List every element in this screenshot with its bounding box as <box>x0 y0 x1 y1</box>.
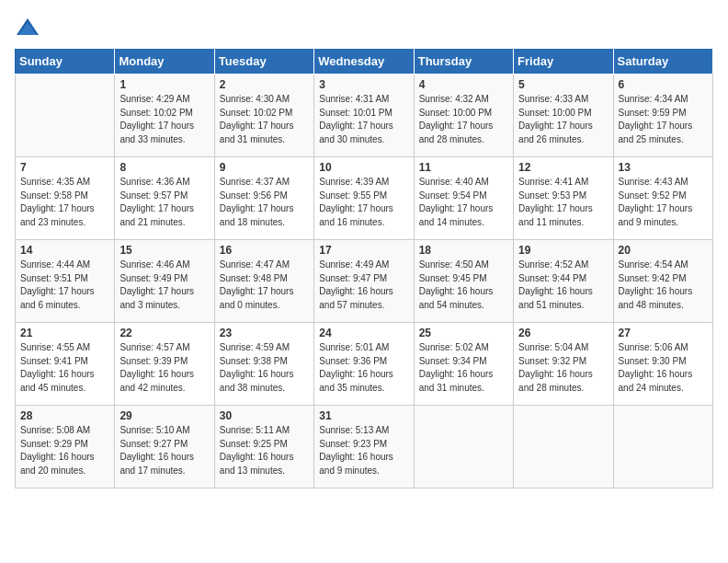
cell-content: Sunrise: 4:52 AM Sunset: 9:44 PM Dayligh… <box>518 259 608 312</box>
page-header <box>15 15 713 40</box>
column-header-thursday: Thursday <box>414 49 513 75</box>
calendar-cell: 18Sunrise: 4:50 AM Sunset: 9:45 PM Dayli… <box>414 240 513 323</box>
week-row-1: 1Sunrise: 4:29 AM Sunset: 10:02 PM Dayli… <box>16 75 713 157</box>
cell-content: Sunrise: 5:06 AM Sunset: 9:30 PM Dayligh… <box>619 341 708 395</box>
cell-content: Sunrise: 4:50 AM Sunset: 9:45 PM Dayligh… <box>419 259 508 312</box>
day-number: 4 <box>419 78 508 91</box>
header-row: SundayMondayTuesdayWednesdayThursdayFrid… <box>16 49 713 75</box>
calendar-table: SundayMondayTuesdayWednesdayThursdayFrid… <box>15 48 713 488</box>
cell-content: Sunrise: 4:55 AM Sunset: 9:41 PM Dayligh… <box>20 341 109 395</box>
calendar-cell: 7Sunrise: 4:35 AM Sunset: 9:58 PM Daylig… <box>16 157 115 240</box>
day-number: 22 <box>119 327 209 339</box>
day-number: 3 <box>319 78 408 91</box>
cell-content: Sunrise: 4:43 AM Sunset: 9:52 PM Dayligh… <box>619 176 708 229</box>
day-number: 6 <box>619 78 708 91</box>
calendar-cell: 4Sunrise: 4:32 AM Sunset: 10:00 PM Dayli… <box>414 75 513 157</box>
cell-content: Sunrise: 4:54 AM Sunset: 9:42 PM Dayligh… <box>619 259 708 312</box>
calendar-cell: 23Sunrise: 4:59 AM Sunset: 9:38 PM Dayli… <box>214 323 313 406</box>
day-number: 10 <box>319 161 408 174</box>
calendar-cell: 5Sunrise: 4:33 AM Sunset: 10:00 PM Dayli… <box>514 75 613 157</box>
calendar-cell: 15Sunrise: 4:46 AM Sunset: 9:49 PM Dayli… <box>115 240 214 323</box>
calendar-cell: 26Sunrise: 5:04 AM Sunset: 9:32 PM Dayli… <box>514 323 613 406</box>
day-number: 25 <box>419 327 508 339</box>
calendar-cell <box>613 406 712 488</box>
day-number: 24 <box>319 327 408 339</box>
week-row-3: 14Sunrise: 4:44 AM Sunset: 9:51 PM Dayli… <box>16 240 713 323</box>
cell-content: Sunrise: 5:01 AM Sunset: 9:36 PM Dayligh… <box>319 341 408 395</box>
cell-content: Sunrise: 4:29 AM Sunset: 10:02 PM Daylig… <box>119 93 209 146</box>
cell-content: Sunrise: 5:02 AM Sunset: 9:34 PM Dayligh… <box>419 341 508 395</box>
calendar-cell: 10Sunrise: 4:39 AM Sunset: 9:55 PM Dayli… <box>314 157 414 240</box>
day-number: 30 <box>220 409 309 422</box>
cell-content: Sunrise: 5:13 AM Sunset: 9:23 PM Dayligh… <box>319 424 408 477</box>
calendar-cell <box>414 406 513 488</box>
cell-content: Sunrise: 4:47 AM Sunset: 9:48 PM Dayligh… <box>220 259 309 312</box>
day-number: 29 <box>119 409 209 422</box>
day-number: 13 <box>619 161 708 174</box>
calendar-cell: 30Sunrise: 5:11 AM Sunset: 9:25 PM Dayli… <box>214 406 313 488</box>
logo-icon <box>15 15 40 40</box>
day-number: 18 <box>419 244 508 257</box>
cell-content: Sunrise: 4:36 AM Sunset: 9:57 PM Dayligh… <box>119 176 209 229</box>
cell-content: Sunrise: 4:37 AM Sunset: 9:56 PM Dayligh… <box>220 176 309 229</box>
calendar-cell: 6Sunrise: 4:34 AM Sunset: 9:59 PM Daylig… <box>613 75 712 157</box>
cell-content: Sunrise: 4:41 AM Sunset: 9:53 PM Dayligh… <box>518 176 608 229</box>
calendar-cell: 27Sunrise: 5:06 AM Sunset: 9:30 PM Dayli… <box>613 323 712 406</box>
column-header-friday: Friday <box>514 49 613 75</box>
day-number: 1 <box>119 78 209 91</box>
column-header-wednesday: Wednesday <box>314 49 414 75</box>
calendar-cell: 24Sunrise: 5:01 AM Sunset: 9:36 PM Dayli… <box>314 323 414 406</box>
calendar-cell: 14Sunrise: 4:44 AM Sunset: 9:51 PM Dayli… <box>16 240 115 323</box>
calendar-cell: 13Sunrise: 4:43 AM Sunset: 9:52 PM Dayli… <box>613 157 712 240</box>
calendar-cell: 17Sunrise: 4:49 AM Sunset: 9:47 PM Dayli… <box>314 240 414 323</box>
day-number: 26 <box>518 327 608 339</box>
cell-content: Sunrise: 5:08 AM Sunset: 9:29 PM Dayligh… <box>20 424 109 477</box>
calendar-cell: 11Sunrise: 4:40 AM Sunset: 9:54 PM Dayli… <box>414 157 513 240</box>
calendar-cell: 22Sunrise: 4:57 AM Sunset: 9:39 PM Dayli… <box>115 323 214 406</box>
day-number: 11 <box>419 161 508 174</box>
cell-content: Sunrise: 4:40 AM Sunset: 9:54 PM Dayligh… <box>419 176 508 229</box>
day-number: 2 <box>220 78 309 91</box>
calendar-cell: 21Sunrise: 4:55 AM Sunset: 9:41 PM Dayli… <box>16 323 115 406</box>
week-row-2: 7Sunrise: 4:35 AM Sunset: 9:58 PM Daylig… <box>16 157 713 240</box>
calendar-cell: 3Sunrise: 4:31 AM Sunset: 10:01 PM Dayli… <box>314 75 414 157</box>
day-number: 27 <box>619 327 708 339</box>
calendar-cell: 1Sunrise: 4:29 AM Sunset: 10:02 PM Dayli… <box>115 75 214 157</box>
cell-content: Sunrise: 4:44 AM Sunset: 9:51 PM Dayligh… <box>20 259 109 312</box>
calendar-cell: 12Sunrise: 4:41 AM Sunset: 9:53 PM Dayli… <box>514 157 613 240</box>
calendar-cell: 29Sunrise: 5:10 AM Sunset: 9:27 PM Dayli… <box>115 406 214 488</box>
column-header-sunday: Sunday <box>16 49 115 75</box>
column-header-tuesday: Tuesday <box>214 49 313 75</box>
cell-content: Sunrise: 5:10 AM Sunset: 9:27 PM Dayligh… <box>119 424 209 477</box>
day-number: 8 <box>119 161 209 174</box>
week-row-5: 28Sunrise: 5:08 AM Sunset: 9:29 PM Dayli… <box>16 406 713 488</box>
calendar-cell: 28Sunrise: 5:08 AM Sunset: 9:29 PM Dayli… <box>16 406 115 488</box>
calendar-cell: 25Sunrise: 5:02 AM Sunset: 9:34 PM Dayli… <box>414 323 513 406</box>
day-number: 21 <box>20 327 109 339</box>
cell-content: Sunrise: 4:35 AM Sunset: 9:58 PM Dayligh… <box>20 176 109 229</box>
cell-content: Sunrise: 4:59 AM Sunset: 9:38 PM Dayligh… <box>220 341 309 395</box>
calendar-cell: 8Sunrise: 4:36 AM Sunset: 9:57 PM Daylig… <box>115 157 214 240</box>
cell-content: Sunrise: 5:11 AM Sunset: 9:25 PM Dayligh… <box>220 424 309 477</box>
cell-content: Sunrise: 5:04 AM Sunset: 9:32 PM Dayligh… <box>518 341 608 395</box>
day-number: 17 <box>319 244 408 257</box>
day-number: 9 <box>220 161 309 174</box>
day-number: 7 <box>20 161 109 174</box>
day-number: 23 <box>220 327 309 339</box>
calendar-cell: 2Sunrise: 4:30 AM Sunset: 10:02 PM Dayli… <box>214 75 313 157</box>
calendar-cell <box>514 406 613 488</box>
logo <box>15 15 44 40</box>
calendar-cell <box>16 75 115 157</box>
cell-content: Sunrise: 4:33 AM Sunset: 10:00 PM Daylig… <box>518 93 608 146</box>
day-number: 28 <box>20 409 109 422</box>
day-number: 5 <box>518 78 608 91</box>
cell-content: Sunrise: 4:31 AM Sunset: 10:01 PM Daylig… <box>319 93 408 146</box>
column-header-saturday: Saturday <box>613 49 712 75</box>
calendar-cell: 19Sunrise: 4:52 AM Sunset: 9:44 PM Dayli… <box>514 240 613 323</box>
day-number: 31 <box>319 409 408 422</box>
day-number: 12 <box>518 161 608 174</box>
cell-content: Sunrise: 4:30 AM Sunset: 10:02 PM Daylig… <box>220 93 309 146</box>
calendar-cell: 9Sunrise: 4:37 AM Sunset: 9:56 PM Daylig… <box>214 157 313 240</box>
week-row-4: 21Sunrise: 4:55 AM Sunset: 9:41 PM Dayli… <box>16 323 713 406</box>
day-number: 15 <box>119 244 209 257</box>
